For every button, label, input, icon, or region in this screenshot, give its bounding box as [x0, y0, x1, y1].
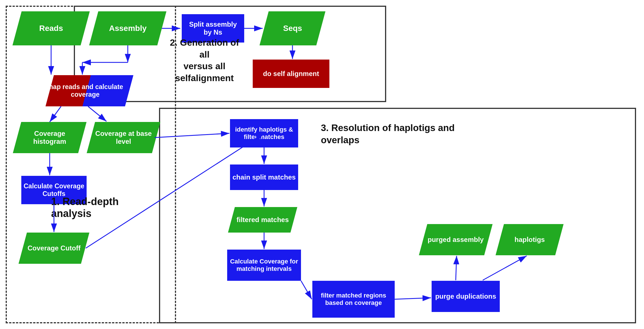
- section1-label: 1. Read-depth analysis: [51, 196, 131, 220]
- coverage-cutoff-label: Coverage Cutoff: [28, 244, 81, 252]
- coverage-cutoff-shape: Coverage Cutoff: [18, 233, 89, 264]
- coverage-base-level-shape: Coverage at base level: [87, 122, 160, 153]
- split-assembly-label: Split assembly by Ns: [185, 20, 241, 36]
- coverage-histogram-label: Coverage histogram: [17, 130, 82, 145]
- seqs-shape: Seqs: [260, 11, 325, 45]
- section3-label: 3. Resolution of haplotigs and overlaps: [321, 122, 463, 146]
- filter-matched-regions-label: filter matched regions based on coverage: [315, 292, 392, 307]
- purge-duplications-shape: purge duplications: [432, 281, 500, 312]
- map-reads-text: map reads and calculate coverage: [45, 75, 125, 106]
- section1-text: 1. Read-depth analysis: [51, 196, 119, 219]
- reads-label: Reads: [39, 24, 63, 33]
- purged-assembly-shape: purged assembly: [419, 224, 492, 255]
- reads-shape: Reads: [12, 11, 90, 45]
- purge-duplications-label: purge duplications: [435, 292, 496, 300]
- assembly-label: Assembly: [109, 24, 147, 33]
- calc-coverage-matching-shape: Calculate Coverage for matching interval…: [227, 250, 301, 281]
- filter-matched-regions-shape: filter matched regions based on coverage: [312, 281, 395, 318]
- calc-coverage-matching-label: Calculate Coverage for matching interval…: [229, 258, 299, 273]
- filtered-matches-label: filtered matches: [237, 216, 289, 224]
- haplotigs-label: haplotigs: [515, 236, 545, 244]
- coverage-histogram-shape: Coverage histogram: [13, 122, 86, 153]
- section3-text: 3. Resolution of haplotigs and overlaps: [321, 123, 455, 145]
- coverage-base-level-label: Coverage at base level: [91, 130, 156, 145]
- identify-haplotigs-shape: identify haplotigs & filter matches: [230, 119, 298, 147]
- section2-text: 2. Generation of all versus all selfalig…: [170, 37, 239, 83]
- do-self-alignment-shape: do self alignment: [253, 60, 329, 88]
- seqs-label: Seqs: [283, 24, 302, 33]
- purged-assembly-label: purged assembly: [428, 236, 484, 244]
- assembly-shape: Assembly: [89, 11, 166, 45]
- filtered-matches-shape: filtered matches: [228, 207, 297, 233]
- haplotigs-shape: haplotigs: [495, 224, 563, 255]
- section2-label: 2. Generation of all versus all selfalig…: [165, 37, 244, 84]
- diagram: Reads Assembly Split assembly by Ns Seqs…: [0, 0, 644, 329]
- map-reads-label: map reads and calculate coverage: [45, 83, 125, 98]
- chain-split-matches-shape: chain split matches: [230, 164, 298, 190]
- do-self-alignment-label: do self alignment: [263, 70, 319, 78]
- chain-split-matches-label: chain split matches: [233, 173, 296, 181]
- calc-coverage-cutoffs-label: Calculate Coverage Cutoffs: [24, 182, 84, 198]
- identify-haplotigs-label: identify haplotigs & filter matches: [232, 126, 296, 141]
